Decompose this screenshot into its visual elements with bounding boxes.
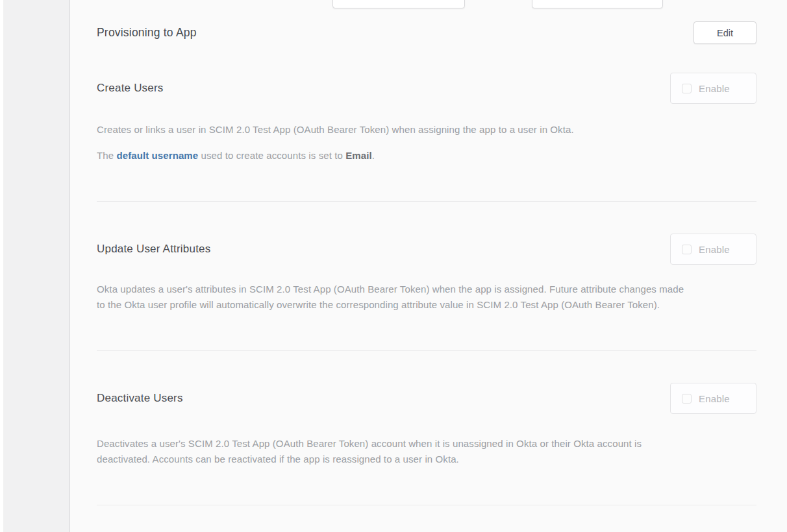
provisioning-page: { "header": { "title": "Provisioning to … <box>0 0 787 532</box>
section-update-user-attributes: Update User Attributes Enable Okta updat… <box>97 234 756 351</box>
enable-label: Enable <box>699 393 730 404</box>
section-divider <box>97 201 756 202</box>
enable-label: Enable <box>699 83 730 94</box>
note-prefix: The <box>97 150 116 161</box>
default-username-note: The default username used to create acco… <box>97 148 694 163</box>
cutoff-input-1[interactable] <box>332 0 465 8</box>
section-title: Update User Attributes <box>97 243 210 256</box>
setting-row: Create Users Enable <box>97 73 756 104</box>
setting-row: Deactivate Users Enable <box>97 383 756 414</box>
cutoff-input-2[interactable] <box>532 0 663 8</box>
provisioning-settings-panel: Provisioning to App Edit Create Users En… <box>71 0 787 532</box>
note-email-value: Email <box>345 150 372 161</box>
section-divider <box>97 350 756 351</box>
default-username-link[interactable]: default username <box>116 150 198 161</box>
section-title: Deactivate Users <box>97 392 183 405</box>
enable-toggle-deactivate-users[interactable]: Enable <box>670 383 756 414</box>
section-description: Deactivates a user's SCIM 2.0 Test App (… <box>97 436 694 467</box>
page-title: Provisioning to App <box>97 26 197 40</box>
section-description: Okta updates a user's attributes in SCIM… <box>97 282 694 313</box>
section-description: Creates or links a user in SCIM 2.0 Test… <box>97 122 694 138</box>
left-sidebar-partial <box>3 0 70 532</box>
enable-label: Enable <box>699 244 730 255</box>
enable-toggle-create-users[interactable]: Enable <box>670 73 756 104</box>
note-suffix: . <box>372 150 375 161</box>
setting-row: Update User Attributes Enable <box>97 234 756 265</box>
section-create-users: Create Users Enable Creates or links a u… <box>97 73 756 202</box>
note-middle: used to create accounts is set to <box>198 150 345 161</box>
section-divider <box>97 505 756 505</box>
enable-toggle-update-attributes[interactable]: Enable <box>670 234 756 265</box>
edit-button[interactable]: Edit <box>693 21 756 44</box>
enable-checkbox[interactable] <box>682 394 692 404</box>
enable-checkbox[interactable] <box>682 84 692 93</box>
section-deactivate-users: Deactivate Users Enable Deactivates a us… <box>97 383 756 505</box>
section-title: Create Users <box>97 82 164 95</box>
enable-checkbox[interactable] <box>682 245 692 254</box>
